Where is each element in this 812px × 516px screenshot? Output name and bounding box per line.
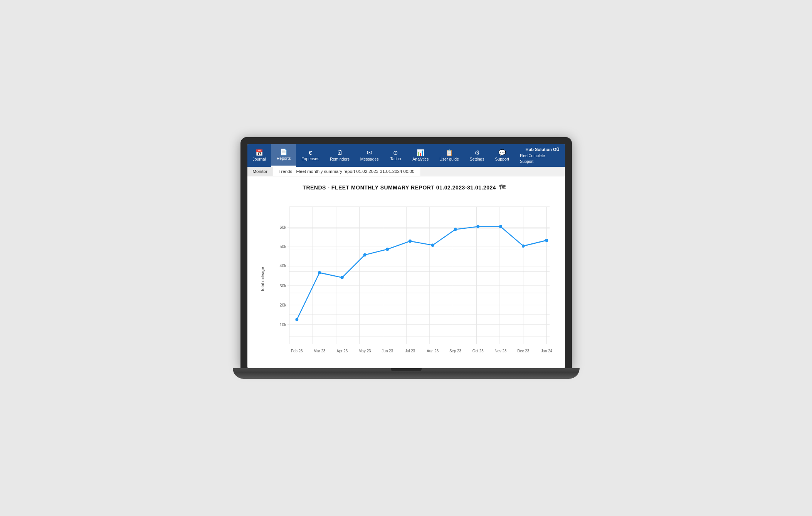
svg-text:Jan 24: Jan 24 xyxy=(541,348,552,353)
support-icon: 💬 xyxy=(498,150,506,156)
data-point-0 xyxy=(295,318,298,321)
data-point-8 xyxy=(476,225,479,228)
messages-label: Messages xyxy=(360,157,379,161)
tacho-label: Tacho xyxy=(390,156,401,161)
data-point-3 xyxy=(363,253,366,256)
user-name: FleetComplete Support xyxy=(520,153,559,164)
chart-title: TRENDS - FLEET MONTHLY SUMMARY REPORT 01… xyxy=(255,184,553,191)
chart-svg-wrapper: 10k 20k 30k 40k 50k 60k xyxy=(267,199,553,360)
nav-messages[interactable]: ✉ Messages xyxy=(355,144,384,167)
svg-text:Sep 23: Sep 23 xyxy=(449,348,461,353)
expenses-icon: € xyxy=(309,150,312,156)
map-icon: 🗺 xyxy=(499,184,506,191)
svg-text:Apr 23: Apr 23 xyxy=(336,348,348,353)
svg-text:Aug 23: Aug 23 xyxy=(427,348,439,353)
svg-text:Jul 23: Jul 23 xyxy=(405,348,415,353)
tab-monitor[interactable]: Monitor xyxy=(247,167,273,176)
nav-journal[interactable]: 📅 Journal xyxy=(247,144,271,167)
data-point-11 xyxy=(545,239,548,242)
analytics-icon: 📊 xyxy=(417,150,424,156)
tab-report[interactable]: Trends - Fleet monthly summary report 01… xyxy=(273,167,420,176)
userguide-icon: 📋 xyxy=(446,150,453,156)
svg-text:50k: 50k xyxy=(279,244,286,249)
nav-tacho[interactable]: ⊙ Tacho xyxy=(384,144,407,167)
journal-label: Journal xyxy=(252,157,266,161)
data-point-4 xyxy=(386,248,389,251)
user-info: Hub Solution OÜ FleetComplete Support xyxy=(514,144,565,167)
svg-text:60k: 60k xyxy=(279,224,286,229)
svg-text:Feb 23: Feb 23 xyxy=(291,348,303,353)
laptop-wrapper: 📅 Journal 📄 Reports € Expenses 🗓 Reminde… xyxy=(233,137,580,379)
svg-text:Dec 23: Dec 23 xyxy=(517,348,529,353)
settings-icon: ⚙ xyxy=(474,150,480,156)
nav-settings[interactable]: ⚙ Settings xyxy=(464,144,490,167)
laptop-screen: 📅 Journal 📄 Reports € Expenses 🗓 Reminde… xyxy=(240,137,572,368)
nav-analytics[interactable]: 📊 Analytics xyxy=(407,144,434,167)
nav-reminders[interactable]: 🗓 Reminders xyxy=(324,144,355,167)
trend-line xyxy=(297,226,546,320)
svg-text:10k: 10k xyxy=(279,322,286,327)
data-point-7 xyxy=(454,228,457,231)
svg-text:Nov 23: Nov 23 xyxy=(494,348,506,353)
svg-text:May 23: May 23 xyxy=(358,348,371,353)
settings-label: Settings xyxy=(470,157,484,161)
chart-area: TRENDS - FLEET MONTHLY SUMMARY REPORT 01… xyxy=(247,176,565,368)
svg-text:Mar 23: Mar 23 xyxy=(313,348,325,353)
chart-inner: 10k 20k 30k 40k 50k 60k xyxy=(267,199,553,360)
y-axis-label: Total mileage xyxy=(255,199,267,360)
data-point-10 xyxy=(521,244,525,247)
analytics-label: Analytics xyxy=(412,157,429,161)
svg-text:40k: 40k xyxy=(279,263,286,268)
reminders-label: Reminders xyxy=(330,157,350,161)
data-point-5 xyxy=(409,240,412,243)
chart-container: Total mileage xyxy=(255,199,553,360)
line-chart: 10k 20k 30k 40k 50k 60k xyxy=(267,199,553,360)
company-name: Hub Solution OÜ xyxy=(526,146,560,153)
nav-reports[interactable]: 📄 Reports xyxy=(271,144,296,167)
data-point-9 xyxy=(499,225,502,228)
messages-icon: ✉ xyxy=(367,150,372,156)
reports-icon: 📄 xyxy=(280,149,287,155)
reports-label: Reports xyxy=(277,156,291,161)
svg-text:30k: 30k xyxy=(279,283,286,288)
userguide-label: User guide xyxy=(439,157,459,161)
nav-expenses[interactable]: € Expenses xyxy=(296,144,324,167)
nav-bar: 📅 Journal 📄 Reports € Expenses 🗓 Reminde… xyxy=(247,144,565,167)
nav-support[interactable]: 💬 Support xyxy=(490,144,515,167)
laptop-base xyxy=(233,368,580,379)
data-point-2 xyxy=(340,276,343,279)
svg-text:Oct 23: Oct 23 xyxy=(472,348,483,353)
data-point-1 xyxy=(318,271,321,274)
data-point-6 xyxy=(431,243,434,246)
reminders-icon: 🗓 xyxy=(337,150,343,156)
journal-icon: 📅 xyxy=(256,150,263,156)
svg-text:Jun 23: Jun 23 xyxy=(382,348,393,353)
nav-userguide[interactable]: 📋 User guide xyxy=(434,144,464,167)
screen-content: 📅 Journal 📄 Reports € Expenses 🗓 Reminde… xyxy=(247,144,565,368)
expenses-label: Expenses xyxy=(301,156,319,161)
tacho-icon: ⊙ xyxy=(393,150,398,156)
svg-text:20k: 20k xyxy=(279,303,286,307)
tab-bar: Monitor Trends - Fleet monthly summary r… xyxy=(247,167,565,176)
support-label: Support xyxy=(495,157,509,161)
